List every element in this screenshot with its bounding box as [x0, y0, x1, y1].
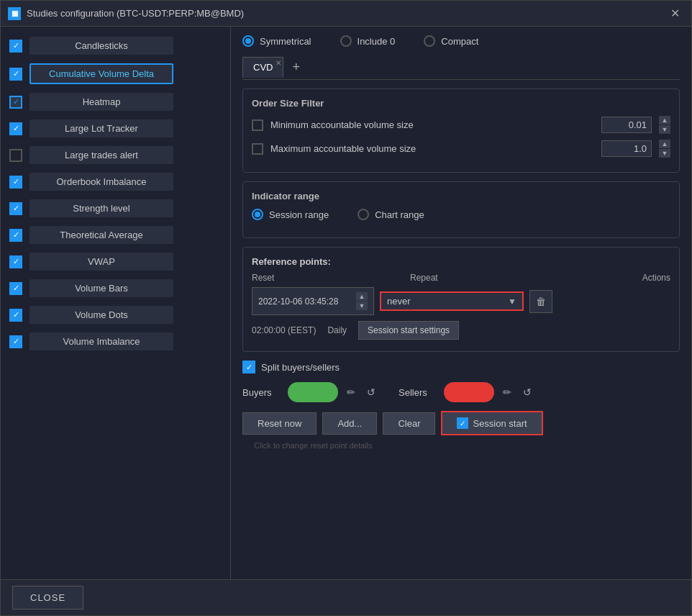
reset-datetime-input[interactable]: 2022-10-06 03:45:28 ▲ ▼ [252, 287, 374, 315]
max-volume-input[interactable] [601, 140, 652, 157]
checkbox-large-lot[interactable] [9, 122, 22, 135]
sidebar-label-candlesticks[interactable]: Candlesticks [29, 37, 173, 55]
radio-include0[interactable]: Include 0 [340, 35, 396, 47]
radio-symmetrical[interactable]: Symmetrical [242, 35, 311, 47]
max-volume-checkbox[interactable] [252, 143, 263, 155]
sidebar-item-candlesticks[interactable]: Candlesticks [1, 32, 230, 59]
checkbox-theoretical[interactable] [9, 229, 22, 242]
checkbox-candlesticks[interactable] [9, 40, 22, 53]
checkbox-volume-imbalance[interactable] [9, 335, 22, 348]
checkbox-volume-bars[interactable] [9, 282, 22, 295]
sidebar-item-theoretical[interactable]: Theoretical Average [1, 222, 230, 248]
sidebar-item-cvd[interactable]: Cumulative Volume Delta [1, 59, 230, 89]
reference-points-title: Reference points: [252, 256, 670, 267]
sidebar-item-orderbook[interactable]: Orderbook Imbalance [1, 168, 230, 195]
sidebar-label-large-lot[interactable]: Large Lot Tracker [29, 119, 173, 137]
checkbox-large-trades[interactable] [9, 149, 22, 162]
max-volume-down[interactable]: ▼ [659, 149, 670, 158]
split-checkbox[interactable] [242, 361, 255, 373]
bottom-hint-row: Click to change reset point details [242, 441, 680, 450]
delete-reference-button[interactable]: 🗑 [529, 290, 552, 313]
repeat-dropdown-arrow: ▼ [508, 296, 516, 307]
titlebar: ▦ Studies configuration (BTC-USDT:PERP:M… [1, 1, 691, 27]
checkbox-vwap[interactable] [9, 255, 22, 268]
sidebar-item-volume-imbalance[interactable]: Volume Imbalance [1, 328, 230, 355]
right-panel: Symmetrical Include 0 Compact CVD ✕ + [231, 27, 691, 579]
action-buttons-row: Reset now Add... Clear ✓ Session start [242, 411, 680, 435]
buyers-label: Buyers [242, 387, 282, 398]
display-mode-radio-group: Symmetrical Include 0 Compact [242, 35, 680, 47]
radio-compact-circle[interactable] [424, 35, 435, 47]
radio-chart-range-circle[interactable] [358, 209, 369, 220]
add-button[interactable]: Add... [322, 412, 377, 435]
radio-session-range[interactable]: Session range [252, 209, 329, 220]
repeat-select[interactable]: never daily weekly monthly [387, 296, 508, 307]
buyers-reset-button[interactable]: ↺ [364, 384, 378, 401]
radio-symmetrical-label: Symmetrical [260, 36, 311, 47]
sidebar-label-cvd[interactable]: Cumulative Volume Delta [29, 63, 173, 84]
close-button[interactable]: CLOSE [12, 586, 83, 610]
indicator-range-title: Indicator range [252, 191, 670, 201]
sidebar-item-large-trades[interactable]: Large trades alert [1, 142, 230, 168]
datetime-up[interactable]: ▲ [356, 292, 368, 301]
checkbox-volume-dots[interactable] [9, 309, 22, 322]
sellers-color-swatch[interactable] [444, 382, 494, 402]
sidebar-item-large-lot[interactable]: Large Lot Tracker [1, 115, 230, 142]
session-start-label: Session start [473, 418, 527, 429]
session-start-button[interactable]: ✓ Session start [441, 411, 542, 435]
radio-include0-circle[interactable] [340, 35, 352, 47]
main-window: ▦ Studies configuration (BTC-USDT:PERP:M… [0, 0, 692, 616]
checkbox-strength[interactable] [9, 202, 22, 215]
min-volume-input[interactable] [601, 117, 652, 133]
min-volume-up[interactable]: ▲ [659, 116, 670, 124]
max-volume-spinner: ▲ ▼ [659, 140, 670, 158]
sellers-eyedropper-button[interactable]: ✏ [500, 384, 514, 401]
tabs-row: CVD ✕ + [242, 55, 680, 80]
reset-now-button[interactable]: Reset now [242, 412, 317, 435]
datetime-spinner: ▲ ▼ [356, 292, 368, 310]
buyers-eyedropper-button[interactable]: ✏ [344, 384, 358, 401]
radio-session-range-label: Session range [269, 209, 329, 220]
radio-chart-range[interactable]: Chart range [358, 209, 424, 220]
sidebar-label-theoretical[interactable]: Theoretical Average [29, 226, 173, 244]
repeat-dropdown-wrapper[interactable]: never daily weekly monthly ▼ [380, 291, 524, 311]
sidebar-label-large-trades[interactable]: Large trades alert [29, 146, 173, 164]
sidebar-item-vwap[interactable]: VWAP [1, 248, 230, 275]
sidebar: Candlesticks Cumulative Volume Delta Hea… [1, 27, 231, 579]
datetime-down[interactable]: ▼ [356, 302, 368, 310]
radio-symmetrical-circle[interactable] [242, 35, 254, 47]
sellers-reset-button[interactable]: ↺ [520, 384, 534, 401]
session-settings-button[interactable]: Session start settings [358, 321, 459, 340]
min-volume-checkbox[interactable] [252, 119, 263, 131]
sidebar-label-heatmap[interactable]: Heatmap [29, 93, 173, 111]
sidebar-item-heatmap[interactable]: Heatmap [1, 89, 230, 115]
order-size-filter-title: Order Size Filter [252, 98, 670, 109]
min-volume-down[interactable]: ▼ [659, 125, 670, 134]
session-time-text: 02:00:00 (EEST) [252, 325, 316, 335]
tab-add-button[interactable]: + [283, 55, 309, 79]
buyers-color-swatch[interactable] [288, 382, 338, 402]
sidebar-label-volume-imbalance[interactable]: Volume Imbalance [29, 332, 173, 350]
sidebar-label-volume-dots[interactable]: Volume Dots [29, 306, 173, 324]
col-reset-label: Reset [252, 273, 410, 283]
checkbox-heatmap[interactable] [9, 96, 22, 109]
sidebar-label-orderbook[interactable]: Orderbook Imbalance [29, 173, 173, 191]
tab-cvd[interactable]: CVD ✕ [242, 57, 283, 78]
radio-session-range-circle[interactable] [252, 209, 263, 220]
radio-compact[interactable]: Compact [424, 35, 478, 47]
checkbox-cvd[interactable] [9, 68, 22, 81]
checkbox-orderbook[interactable] [9, 176, 22, 189]
sidebar-label-volume-bars[interactable]: Volume Bars [29, 279, 173, 297]
tab-cvd-close[interactable]: ✕ [276, 59, 281, 67]
sidebar-item-volume-dots[interactable]: Volume Dots [1, 302, 230, 328]
session-start-checkbox[interactable]: ✓ [457, 417, 468, 429]
clear-button[interactable]: Clear [383, 412, 435, 435]
bottom-hint-text: Click to change reset point details [254, 441, 372, 450]
max-volume-up[interactable]: ▲ [659, 140, 670, 148]
sidebar-label-strength[interactable]: Strength level [29, 199, 173, 217]
sidebar-label-vwap[interactable]: VWAP [29, 253, 173, 271]
sidebar-item-strength[interactable]: Strength level [1, 195, 230, 222]
window-close-button[interactable]: ✕ [666, 5, 684, 22]
max-volume-label: Maximum accountable volume size [270, 143, 594, 154]
sidebar-item-volume-bars[interactable]: Volume Bars [1, 275, 230, 302]
